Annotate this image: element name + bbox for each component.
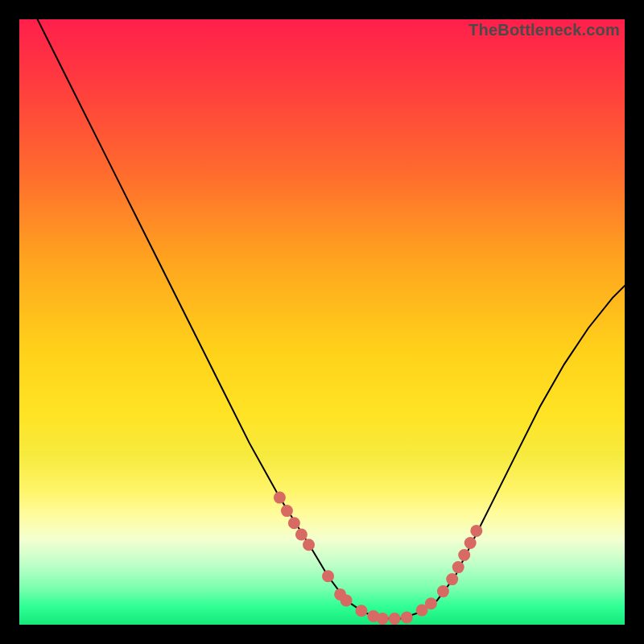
highlight-dot — [437, 585, 449, 597]
highlight-dot — [303, 539, 315, 551]
highlight-dot — [389, 613, 401, 625]
highlight-dot — [281, 505, 293, 517]
highlight-dot — [377, 613, 389, 625]
highlight-dot — [458, 549, 470, 561]
highlight-dot — [341, 594, 353, 606]
highlight-dot — [452, 561, 464, 573]
highlight-dot — [446, 573, 458, 585]
chart-svg — [19, 19, 625, 625]
bottleneck-curve — [38, 19, 625, 619]
highlight-dot — [288, 517, 300, 529]
highlight-dot — [425, 597, 437, 609]
highlight-dots-group — [274, 492, 482, 625]
highlight-dot — [401, 612, 413, 624]
highlight-dot — [274, 492, 286, 504]
chart-frame: TheBottleneck.com — [0, 0, 644, 644]
highlight-dot — [322, 570, 334, 582]
highlight-dot — [470, 525, 482, 537]
highlight-dot — [355, 605, 367, 617]
chart-plot-area: TheBottleneck.com — [19, 19, 625, 625]
highlight-dot — [464, 537, 477, 549]
highlight-dot — [295, 529, 308, 541]
